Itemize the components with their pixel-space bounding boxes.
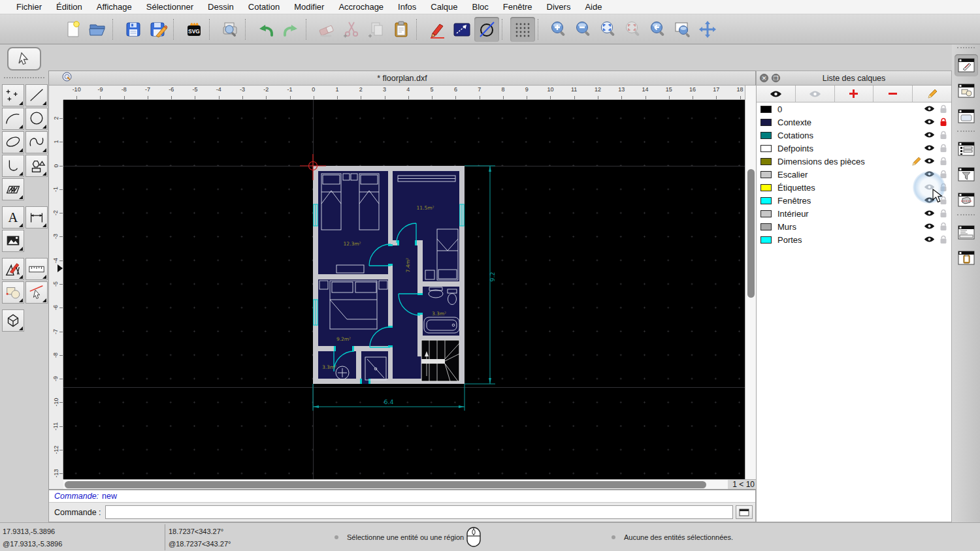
save-as-button[interactable]: [146, 17, 171, 42]
solid-3d-tool-button[interactable]: [2, 309, 24, 332]
points-tool-button[interactable]: [2, 84, 24, 106]
layers-dock-button[interactable]: [955, 138, 978, 160]
layer-lock-icon[interactable]: [939, 235, 947, 244]
add-layer-button[interactable]: [835, 86, 874, 102]
layer-row[interactable]: Cotations: [757, 129, 951, 142]
layers-panel-title-bar[interactable]: ✕ ❐ Liste des calques: [757, 71, 951, 86]
layer-lock-icon[interactable]: [939, 222, 947, 231]
grid-toggle-button[interactable]: [510, 17, 535, 42]
menu-item[interactable]: Fichier: [9, 2, 49, 12]
svg-export-button[interactable]: SVG: [182, 17, 206, 42]
copy-button[interactable]: [364, 17, 389, 42]
text-tool-button[interactable]: A: [2, 206, 24, 228]
menu-item[interactable]: Sélectionner: [139, 2, 201, 12]
draw-pen-button[interactable]: [425, 17, 449, 42]
layer-row[interactable]: Intérieur: [757, 207, 951, 220]
layer-row[interactable]: Defpoints: [757, 142, 951, 155]
layer-lock-icon[interactable]: [939, 157, 947, 166]
selection-filter-dock-button[interactable]: [955, 163, 978, 185]
redo-button[interactable]: [278, 17, 303, 42]
wall-tool-dock-button[interactable]: [955, 189, 978, 211]
image-tool-button[interactable]: [2, 230, 24, 252]
menu-item[interactable]: Affichage: [90, 2, 139, 12]
layer-visibility-eye-icon[interactable]: [924, 144, 935, 153]
command-options-button[interactable]: [736, 505, 753, 519]
new-file-button[interactable]: [60, 17, 85, 42]
menu-item[interactable]: Cotation: [241, 2, 287, 12]
select-arrow-button[interactable]: [7, 47, 41, 71]
spline-tool-button[interactable]: [25, 131, 48, 153]
layer-lock-icon[interactable]: [939, 104, 947, 114]
property-editor-dock-button[interactable]: [955, 54, 978, 76]
layer-row[interactable]: Contexte: [757, 116, 951, 129]
paste-button[interactable]: [389, 17, 414, 42]
menu-item[interactable]: Infos: [391, 2, 423, 12]
measure-tool-button[interactable]: [25, 258, 48, 280]
close-icon[interactable]: ✕: [760, 74, 768, 82]
hatch-tool-button[interactable]: [2, 178, 24, 200]
layer-visibility-eye-icon[interactable]: [924, 209, 935, 219]
command-line-dock-button[interactable]: [955, 221, 978, 244]
modify-tools-button[interactable]: [2, 258, 24, 280]
zoom-out-button[interactable]: [571, 17, 596, 42]
save-button[interactable]: [121, 17, 146, 42]
layer-visibility-eye-icon[interactable]: [924, 157, 935, 166]
zoom-previous-button[interactable]: [621, 17, 645, 42]
select-entity-tool-button[interactable]: [25, 281, 48, 304]
arc-tool-button[interactable]: [2, 108, 24, 130]
views-dock-button[interactable]: [955, 105, 978, 127]
layer-lock-icon[interactable]: [939, 144, 947, 153]
layer-lock-icon[interactable]: [939, 131, 947, 140]
circle-tool-button[interactable]: [25, 108, 48, 130]
layer-row[interactable]: Escalier: [757, 168, 951, 181]
open-file-button[interactable]: [85, 17, 110, 42]
dimension-tool-button[interactable]: [25, 206, 48, 228]
scrollbar-thumb[interactable]: [747, 169, 755, 298]
menu-item[interactable]: Calque: [423, 2, 465, 12]
cut-button[interactable]: [339, 17, 364, 42]
layer-visibility-eye-icon[interactable]: [924, 131, 935, 140]
circle-line-mode-button[interactable]: [474, 17, 499, 42]
document-title-bar[interactable]: * floorplan.dxf: [49, 71, 755, 86]
layer-visibility-eye-icon[interactable]: [924, 118, 935, 127]
menu-item[interactable]: Fenêtre: [496, 2, 540, 12]
hide-all-layers-button[interactable]: [796, 86, 835, 102]
menu-item[interactable]: Aide: [578, 2, 609, 12]
layer-row[interactable]: Fenêtres: [757, 194, 951, 207]
clipboard-dock-button[interactable]: [955, 247, 978, 269]
menu-item[interactable]: Modifier: [287, 2, 331, 12]
scrollbar-thumb[interactable]: [65, 481, 706, 488]
show-all-layers-button[interactable]: [757, 86, 796, 102]
layer-row[interactable]: Dimensions des pièces: [757, 155, 951, 168]
menu-item[interactable]: Bloc: [465, 2, 495, 12]
drawing-canvas[interactable]: 12.3m²11.5m²7.4m²9.2m²3.3m²3.3m²9.26.4: [63, 100, 745, 479]
zoom-in-button[interactable]: [546, 17, 571, 42]
remove-layer-button[interactable]: [874, 86, 913, 102]
command-input[interactable]: [105, 505, 733, 519]
vertical-scrollbar[interactable]: [745, 86, 757, 479]
ellipse-tool-button[interactable]: [2, 131, 24, 153]
zoom-auto-button[interactable]: [596, 17, 621, 42]
polygon-tool-button[interactable]: [25, 155, 48, 177]
eraser-button[interactable]: [314, 17, 339, 42]
zoom-pan-button[interactable]: [695, 17, 720, 42]
blocks-dock-button[interactable]: [955, 80, 978, 102]
layer-row[interactable]: Murs: [757, 220, 951, 233]
layer-row[interactable]: 0: [757, 102, 951, 116]
undock-icon[interactable]: ❐: [772, 74, 780, 82]
edit-layer-button[interactable]: [913, 86, 951, 102]
print-preview-button[interactable]: [218, 17, 242, 42]
polyline-tool-button[interactable]: [2, 155, 24, 177]
layer-lock-icon[interactable]: [939, 209, 947, 218]
layer-row[interactable]: Étiquettes: [757, 181, 951, 194]
menu-item[interactable]: Divers: [540, 2, 578, 12]
undo-button[interactable]: [253, 17, 278, 42]
zoom-window-button[interactable]: [670, 17, 695, 42]
polyline-mode-button[interactable]: [449, 17, 474, 42]
layer-visibility-eye-icon[interactable]: [924, 222, 935, 232]
block-tools-button[interactable]: [2, 281, 24, 304]
menu-item[interactable]: Édition: [49, 2, 90, 12]
zoom-back-button[interactable]: [645, 17, 670, 42]
horizontal-scrollbar[interactable]: [63, 479, 728, 489]
menu-item[interactable]: Accrochage: [331, 2, 391, 12]
